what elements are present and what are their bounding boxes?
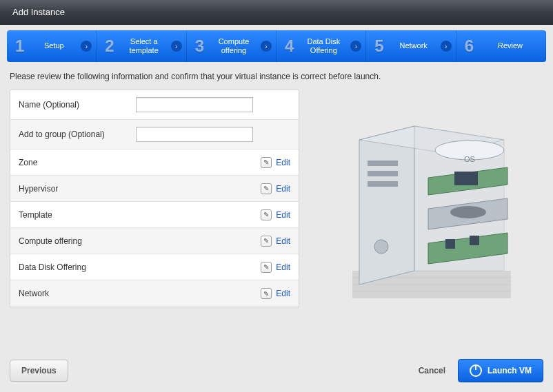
step-compute-offering[interactable]: 3 Compute offering ›: [187, 30, 276, 62]
name-label: Name (Optional): [19, 100, 136, 110]
group-input[interactable]: [136, 127, 253, 142]
pencil-icon: ✎: [261, 262, 272, 273]
step-number: 3: [195, 37, 204, 56]
edit-datadisk-link[interactable]: ✎ Edit: [261, 262, 290, 273]
content-area: Please review the following information …: [0, 62, 553, 310]
chevron-right-icon: ›: [441, 41, 452, 52]
chevron-right-icon: ›: [171, 41, 182, 52]
cancel-link[interactable]: Cancel: [419, 366, 445, 375]
step-network[interactable]: 5 Network ›: [366, 30, 456, 62]
step-template[interactable]: 2 Select a template ›: [97, 30, 186, 62]
step-number: 5: [374, 37, 383, 56]
previous-button[interactable]: Previous: [10, 360, 68, 382]
edit-zone-link[interactable]: ✎ Edit: [261, 157, 290, 168]
step-setup[interactable]: 1 Setup ›: [7, 30, 97, 62]
pencil-icon: ✎: [261, 209, 272, 220]
edit-text: Edit: [276, 262, 290, 272]
step-label: Setup: [30, 41, 78, 50]
network-label: Network: [19, 289, 136, 298]
step-label: Network: [390, 41, 438, 50]
edit-text: Edit: [276, 210, 290, 220]
power-icon: [470, 364, 482, 377]
row-network: Network ✎ Edit: [10, 280, 299, 307]
step-label: Review: [479, 41, 541, 50]
review-panel: Name (Optional) Add to group (Optional) …: [10, 90, 299, 307]
body-row: Name (Optional) Add to group (Optional) …: [10, 90, 543, 307]
step-number: 4: [285, 37, 294, 56]
launch-label: Launch VM: [487, 366, 532, 375]
pencil-icon: ✎: [261, 288, 272, 299]
row-compute-offering: Compute offering ✎ Edit: [10, 228, 299, 254]
hypervisor-label: Hypervisor: [19, 184, 136, 194]
compute-label: Compute offering: [19, 236, 136, 246]
svg-rect-9: [368, 181, 398, 187]
edit-network-link[interactable]: ✎ Edit: [261, 288, 290, 299]
chevron-right-icon: ›: [350, 41, 361, 52]
chevron-right-icon: ›: [261, 41, 272, 52]
row-zone: Zone ✎ Edit: [10, 149, 299, 176]
edit-text: Edit: [276, 236, 290, 246]
edit-text: Edit: [276, 184, 290, 194]
dialog-header: Add Instance: [0, 0, 553, 25]
row-data-disk-offering: Data Disk Offering ✎ Edit: [10, 254, 299, 280]
row-template: Template ✎ Edit: [10, 202, 299, 228]
server-icon: OS: [332, 99, 525, 305]
zone-label: Zone: [19, 158, 136, 167]
svg-point-10: [374, 240, 388, 254]
edit-hypervisor-link[interactable]: ✎ Edit: [261, 183, 290, 194]
svg-point-15: [450, 206, 486, 218]
step-label: Compute offering: [210, 37, 258, 55]
step-label: Select a template: [120, 37, 168, 55]
svg-marker-4: [359, 126, 414, 285]
row-name: Name (Optional): [10, 90, 299, 120]
edit-text: Edit: [276, 158, 290, 167]
step-label: Data Disk Offering: [299, 37, 348, 55]
template-label: Template: [19, 210, 136, 220]
edit-text: Edit: [276, 289, 290, 298]
datadisk-label: Data Disk Offering: [19, 262, 136, 272]
row-group: Add to group (Optional): [10, 120, 299, 149]
launch-vm-button[interactable]: Launch VM: [458, 359, 543, 382]
svg-rect-13: [454, 172, 478, 185]
group-label: Add to group (Optional): [19, 130, 136, 139]
row-hypervisor: Hypervisor ✎ Edit: [10, 176, 299, 202]
edit-template-link[interactable]: ✎ Edit: [261, 209, 290, 220]
step-number: 1: [15, 37, 24, 56]
pencil-icon: ✎: [261, 157, 272, 168]
step-number: 6: [465, 37, 474, 56]
wizard-steps: 1 Setup › 2 Select a template › 3 Comput…: [7, 30, 546, 62]
footer: Previous Cancel Launch VM: [0, 352, 553, 392]
svg-rect-17: [445, 239, 455, 249]
dialog-title: Add Instance: [12, 7, 65, 17]
step-number: 2: [105, 37, 114, 56]
step-data-disk-offering[interactable]: 4 Data Disk Offering ›: [276, 30, 366, 62]
name-input[interactable]: [136, 97, 253, 112]
step-review[interactable]: 6 Review: [456, 30, 546, 62]
server-illustration: OS: [313, 90, 543, 307]
edit-compute-link[interactable]: ✎ Edit: [261, 236, 290, 247]
svg-rect-7: [368, 161, 398, 166]
chevron-right-icon: ›: [81, 41, 92, 52]
svg-rect-8: [368, 171, 398, 176]
intro-text: Please review the following information …: [10, 70, 396, 83]
pencil-icon: ✎: [261, 236, 272, 247]
os-badge: OS: [464, 155, 475, 163]
svg-rect-18: [470, 236, 479, 245]
pencil-icon: ✎: [261, 183, 272, 194]
